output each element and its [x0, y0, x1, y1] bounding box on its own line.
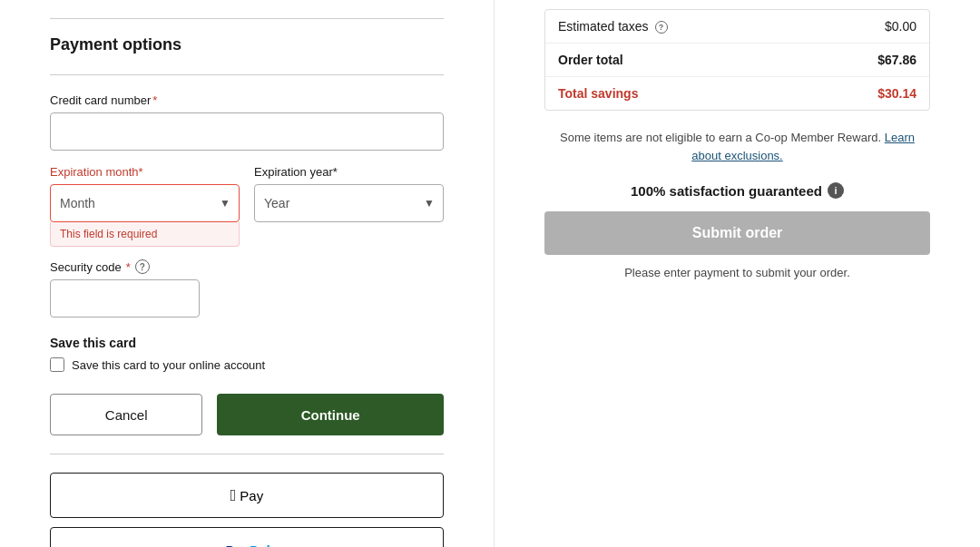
security-help-icon[interactable]: ? [135, 259, 150, 274]
taxes-help-icon[interactable]: ? [655, 21, 668, 34]
co-op-text: Some items are not eligible to earn a Co… [544, 129, 930, 164]
month-error-message: This field is required [50, 222, 240, 247]
save-card-checkbox-row: Save this card to your online account [50, 357, 444, 372]
form-divider [50, 74, 444, 75]
total-savings-label: Total savings [558, 86, 638, 101]
total-savings-value: $30.14 [877, 86, 916, 101]
expiry-year-wrapper: Year 2024 2025 2026 2027 2028 2029 2030 … [254, 184, 444, 222]
credit-card-group: Credit card number* [50, 93, 444, 151]
order-total-label: Order total [558, 53, 623, 67]
left-panel: Payment options Credit card number* Expi… [0, 0, 495, 547]
payment-options-title: Payment options [50, 35, 444, 54]
apple-pay-logo:  Pay [230, 486, 263, 505]
estimated-taxes-row: Estimated taxes ? $0.00 [545, 10, 929, 44]
credit-card-label: Credit card number* [50, 93, 444, 107]
total-savings-row: Total savings $30.14 [545, 77, 929, 110]
expiry-row: Expiration month* Month 01 - January 02 … [50, 165, 444, 247]
paypal-logo: PayPal [224, 542, 269, 548]
save-card-title: Save this card [50, 336, 444, 350]
order-total-row: Order total $67.86 [545, 44, 929, 77]
save-card-checkbox-label: Save this card to your online account [72, 358, 265, 372]
expiry-year-group: Expiration year* Year 2024 2025 2026 202… [254, 165, 444, 247]
paypal-button[interactable]: PayPal [50, 527, 444, 547]
section-divider [50, 454, 444, 454]
submit-order-button[interactable]: Submit order [544, 211, 930, 255]
order-total-value: $67.86 [877, 53, 916, 67]
save-card-section: Save this card Save this card to your on… [50, 336, 444, 372]
estimated-taxes-value: $0.00 [885, 19, 916, 34]
enter-payment-text: Please enter payment to submit your orde… [544, 266, 930, 279]
apple-pay-button[interactable]:  Pay [50, 473, 444, 518]
right-panel: Estimated taxes ? $0.00 Order total $67.… [495, 0, 980, 547]
button-row: Cancel Continue [50, 394, 444, 435]
expiry-year-select[interactable]: Year 2024 2025 2026 2027 2028 2029 2030 … [254, 184, 444, 222]
continue-button[interactable]: Continue [217, 394, 444, 435]
order-summary-box: Estimated taxes ? $0.00 Order total $67.… [544, 9, 930, 111]
top-divider [50, 18, 444, 19]
estimated-taxes-label: Estimated taxes ? [558, 19, 668, 34]
save-card-checkbox[interactable] [50, 357, 64, 372]
cancel-button[interactable]: Cancel [50, 394, 202, 435]
credit-card-input[interactable] [50, 112, 444, 151]
security-code-group: Security code * ? [50, 259, 444, 317]
security-code-input[interactable] [50, 279, 200, 317]
satisfaction-info-icon[interactable]: i [828, 182, 844, 199]
satisfaction-label: 100% satisfaction guaranteed [631, 183, 822, 199]
expiry-month-wrapper: Month 01 - January 02 - February 03 - Ma… [50, 184, 240, 222]
security-code-label: Security code * ? [50, 259, 444, 274]
expiry-year-label: Expiration year* [254, 165, 444, 179]
expiry-month-select[interactable]: Month 01 - January 02 - February 03 - Ma… [50, 184, 240, 222]
satisfaction-row: 100% satisfaction guaranteed i [544, 182, 930, 199]
expiry-month-group: Expiration month* Month 01 - January 02 … [50, 165, 240, 247]
apple-icon:  [230, 486, 237, 505]
expiry-month-label: Expiration month* [50, 165, 240, 179]
